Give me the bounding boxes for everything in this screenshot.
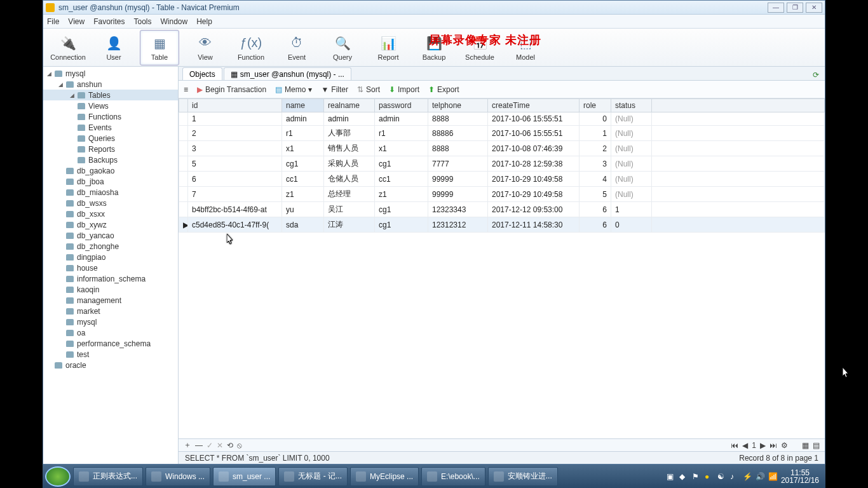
cell[interactable]: 2 <box>188 126 282 141</box>
toolbar-view-button[interactable]: 👁View <box>186 30 225 65</box>
cell[interactable]: cg1 <box>282 156 324 172</box>
cell[interactable]: 销售人员 <box>324 141 375 156</box>
next-page-button[interactable]: ▶ <box>760 441 766 450</box>
tray-icon[interactable]: ♪ <box>730 472 739 481</box>
tree-item-backups[interactable]: Backups <box>43 154 178 165</box>
tray-icon[interactable]: ▣ <box>667 472 675 481</box>
cell[interactable]: 2017-10-06 15:55:51 <box>488 126 580 141</box>
menu-view[interactable]: View <box>68 17 85 26</box>
table-row[interactable]: 6cc1仓储人员cc1999992017-10-29 10:49:584(Nul… <box>179 172 825 187</box>
toolbar-function-button[interactable]: ƒ(x)Function <box>231 30 271 65</box>
export-button[interactable]: ⬆Export <box>428 85 459 94</box>
sync-icon[interactable]: ⟳ <box>811 70 821 80</box>
settings-icon[interactable]: ⚙ <box>781 441 788 450</box>
grid-view-icon[interactable]: ▦ <box>802 441 809 450</box>
cell[interactable]: 6 <box>188 172 282 187</box>
cell[interactable]: 5 <box>580 187 611 202</box>
tree-item-management[interactable]: management <box>43 295 178 306</box>
cell[interactable]: 6 <box>580 217 611 233</box>
tree-item-db_xsxx[interactable]: db_xsxx <box>43 208 178 219</box>
taskbar-item[interactable]: MyEclipse ... <box>350 467 419 486</box>
table-row[interactable]: ▶c5d4ed85-40c1-47ff-9(sda江涛cg11231231220… <box>179 217 825 233</box>
tree-item-kaoqin[interactable]: kaoqin <box>43 284 178 295</box>
cell[interactable]: 5 <box>188 156 282 172</box>
menu-tools[interactable]: Tools <box>134 17 152 26</box>
menu-icon[interactable]: ≡ <box>184 85 188 94</box>
minimize-button[interactable]: — <box>768 3 784 13</box>
cell[interactable]: 0 <box>580 112 611 126</box>
cell[interactable]: 1 <box>611 202 652 217</box>
col-password[interactable]: password <box>375 99 428 112</box>
cell[interactable]: 2017-12-11 14:58:30 <box>488 217 580 233</box>
cell[interactable]: (Null) <box>611 187 652 202</box>
tree-item-information_schema[interactable]: information_schema <box>43 273 178 284</box>
tree-item-anshun[interactable]: ◢anshun <box>43 79 178 90</box>
tree-item-events[interactable]: Events <box>43 122 178 133</box>
col-id[interactable]: id <box>188 99 282 112</box>
cell[interactable]: 2017-10-06 15:55:51 <box>488 112 580 126</box>
add-row-button[interactable]: ＋ <box>184 440 191 451</box>
connection-tree[interactable]: ◢mysql◢anshun◢TablesViewsFunctionsEvents… <box>43 67 179 464</box>
cell[interactable]: 2017-10-29 10:49:58 <box>488 172 580 187</box>
cell[interactable]: 2 <box>580 141 611 156</box>
memo-button[interactable]: ▤Memo▾ <box>275 85 312 94</box>
begin-transaction-button[interactable]: ▶Begin Transaction <box>197 85 266 94</box>
cell[interactable]: 3 <box>580 156 611 172</box>
cell[interactable]: admin <box>375 112 428 126</box>
taskbar-item[interactable]: 无标题 - 记... <box>278 467 348 486</box>
toolbar-user-button[interactable]: 👤User <box>94 30 133 65</box>
cell[interactable]: 7777 <box>428 156 488 172</box>
cell[interactable]: admin <box>282 112 324 126</box>
col-telphone[interactable]: telphone <box>428 99 488 112</box>
cell[interactable]: 仓储人员 <box>324 172 375 187</box>
delete-row-button[interactable]: — <box>195 441 203 450</box>
toolbar-connection-button[interactable]: 🔌Connection <box>48 30 88 65</box>
windows-taskbar[interactable]: 正则表达式...Windows ...sm_user ...无标题 - 记...… <box>43 464 825 488</box>
table-row[interactable]: 1adminadminadmin88882017-10-06 15:55:510… <box>179 112 825 126</box>
tray-icon[interactable]: ⚑ <box>692 472 701 481</box>
tray-icon[interactable]: ● <box>705 472 714 481</box>
form-view-icon[interactable]: ▤ <box>813 441 820 450</box>
cell[interactable]: 2017-10-08 07:46:39 <box>488 141 580 156</box>
close-button[interactable]: ✕ <box>806 3 822 13</box>
cell[interactable]: cc1 <box>282 172 324 187</box>
cell[interactable]: cg1 <box>375 202 428 217</box>
menu-file[interactable]: File <box>47 17 59 26</box>
refresh-button[interactable]: ⟲ <box>227 441 233 450</box>
tree-item-house[interactable]: house <box>43 262 178 273</box>
cell[interactable]: x1 <box>282 141 324 156</box>
table-row[interactable]: 2r1人事部r1888862017-10-06 15:55:511(Null) <box>179 126 825 141</box>
cell[interactable]: 1 <box>580 126 611 141</box>
col-realname[interactable]: realname <box>324 99 375 112</box>
toolbar-report-button[interactable]: 📊Report <box>369 30 408 65</box>
tree-item-db_xywz[interactable]: db_xywz <box>43 219 178 230</box>
filter-button[interactable]: ▼Filter <box>321 85 348 94</box>
tree-item-oracle[interactable]: oracle <box>43 360 178 370</box>
cell[interactable]: 采购人员 <box>324 156 375 172</box>
cell[interactable]: x1 <box>375 141 428 156</box>
cell[interactable]: cg1 <box>375 217 428 233</box>
tray-icon[interactable]: ⚡ <box>743 472 752 481</box>
toolbar-event-button[interactable]: ⏱Event <box>277 30 316 65</box>
taskbar-item[interactable]: Windows ... <box>146 467 210 486</box>
cell[interactable]: admin <box>324 112 375 126</box>
tree-item-db_zhonghe[interactable]: db_zhonghe <box>43 241 178 252</box>
tree-item-functions[interactable]: Functions <box>43 111 178 122</box>
cell[interactable]: r1 <box>375 126 428 141</box>
cell[interactable]: yu <box>282 202 324 217</box>
taskbar-clock[interactable]: 11:552017/12/16 <box>781 469 819 484</box>
first-page-button[interactable]: ⏮ <box>731 441 738 450</box>
cell[interactable]: 99999 <box>428 172 488 187</box>
maximize-button[interactable]: ❐ <box>787 3 803 13</box>
cell[interactable]: 4 <box>580 172 611 187</box>
cell[interactable]: 6 <box>580 202 611 217</box>
cell[interactable]: 8888 <box>428 112 488 126</box>
cell[interactable]: 人事部 <box>324 126 375 141</box>
tree-item-tables[interactable]: ◢Tables <box>43 90 178 100</box>
taskbar-item[interactable]: 安顺铸业进... <box>488 467 558 486</box>
tab-objects[interactable]: Objects <box>182 67 222 80</box>
cell[interactable]: z1 <box>375 187 428 202</box>
tree-item-db_gaokao[interactable]: db_gaokao <box>43 165 178 176</box>
col-status[interactable]: status <box>611 99 652 112</box>
cell[interactable]: 2017-10-29 10:49:58 <box>488 187 580 202</box>
